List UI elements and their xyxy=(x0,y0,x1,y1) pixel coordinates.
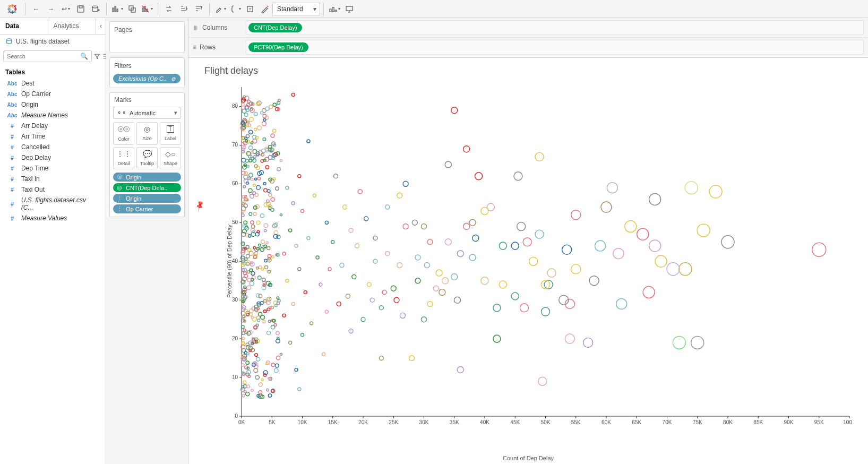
field-label: Op Carrier xyxy=(21,90,51,98)
viz-title[interactable]: Flight delays xyxy=(199,63,857,82)
svg-point-578 xyxy=(250,117,254,122)
color-button[interactable]: ⦾⦾Color xyxy=(113,122,134,145)
new-datasource-button[interactable] xyxy=(88,2,103,16)
sort-asc-button[interactable] xyxy=(176,2,191,16)
svg-point-118 xyxy=(517,222,526,231)
filters-shelf[interactable]: Filters Exclusions (Op C.. ⊘ xyxy=(109,57,185,88)
svg-point-264 xyxy=(256,221,260,225)
datasource-row[interactable]: U.S. flights dataset xyxy=(0,35,106,48)
field-label: Arr Time xyxy=(21,133,45,140)
size-button[interactable]: ◎Size xyxy=(136,122,158,145)
shape-button[interactable]: ◇○Shape xyxy=(160,147,181,169)
collapse-pane-button[interactable]: ‹ xyxy=(96,18,106,34)
svg-point-385 xyxy=(253,159,256,162)
svg-text:10K: 10K xyxy=(298,419,307,425)
field-dest[interactable]: AbcDest xyxy=(2,78,104,89)
rows-shelf[interactable]: ≡Rows PCT90(Dep Delay) xyxy=(188,38,868,57)
svg-point-101 xyxy=(583,338,593,347)
redo-button[interactable]: → xyxy=(44,2,58,16)
filter-fields-button[interactable] xyxy=(94,51,100,61)
field-u-s-flights-dataset-csv-c-[interactable]: #U.S. flights dataset.csv (C... xyxy=(2,195,104,213)
mark-pill-detail-carrier[interactable]: ⋮Op Carrier xyxy=(113,204,181,213)
tooltip-button[interactable]: 💬Tooltip xyxy=(136,147,158,169)
field-measure-values[interactable]: #Measure Values xyxy=(2,213,104,224)
save-button[interactable] xyxy=(73,2,88,16)
filter-pill-exclusions[interactable]: Exclusions (Op C.. ⊘ xyxy=(113,74,181,83)
svg-point-441 xyxy=(264,224,268,227)
presentation-button[interactable] xyxy=(342,2,357,16)
field-taxi-in[interactable]: #Taxi In xyxy=(2,174,104,184)
svg-point-177 xyxy=(349,329,353,333)
svg-text:55K: 55K xyxy=(571,419,581,425)
field-arr-time[interactable]: #Arr Time xyxy=(2,131,104,142)
search-input[interactable]: 🔍 xyxy=(3,50,92,62)
svg-point-365 xyxy=(254,112,257,115)
mark-type-select[interactable]: ⚬⚬ Automatic xyxy=(113,107,181,119)
svg-text:15K: 15K xyxy=(328,419,338,425)
field-arr-delay[interactable]: #Arr Delay xyxy=(2,121,104,131)
svg-point-105 xyxy=(565,334,574,343)
pin-axis-icon[interactable]: 📌 xyxy=(193,200,205,211)
svg-point-465 xyxy=(263,183,266,185)
detail-button[interactable]: ⋮⋮Detail xyxy=(113,147,134,169)
highlight-button[interactable]: ▾ xyxy=(213,2,228,16)
svg-point-461 xyxy=(250,194,254,198)
mark-pill-size-cnt[interactable]: ◎CNT(Dep Dela.. xyxy=(113,183,181,192)
undo-button[interactable]: ← xyxy=(29,2,44,16)
svg-text:20: 20 xyxy=(232,336,238,341)
revert-button[interactable]: ↩▾ xyxy=(58,2,73,16)
svg-point-203 xyxy=(291,202,295,205)
show-me-button[interactable]: ▾ xyxy=(327,2,342,16)
svg-point-297 xyxy=(242,207,246,211)
rows-pill[interactable]: PCT90(Dep Delay) xyxy=(248,42,308,52)
pages-shelf[interactable]: Pages xyxy=(109,21,185,53)
svg-point-493 xyxy=(276,356,280,360)
svg-text:0: 0 xyxy=(235,413,238,419)
field-op-carrier[interactable]: AbcOp Carrier xyxy=(2,89,104,99)
sort-desc-button[interactable] xyxy=(191,2,206,16)
label-button[interactable]: 🅃Label xyxy=(160,122,181,145)
viz-canvas[interactable]: Flight delays 📌 Percentile (90) of Dep D… xyxy=(188,58,868,464)
svg-point-411 xyxy=(251,151,253,153)
string-type-icon: Abc xyxy=(6,91,18,97)
field-measure-names[interactable]: AbcMeasure Names xyxy=(2,110,104,121)
svg-point-332 xyxy=(277,168,280,171)
svg-rect-3 xyxy=(113,8,114,12)
format-button[interactable] xyxy=(257,2,272,16)
svg-point-202 xyxy=(291,302,295,305)
clear-button[interactable]: ▾ xyxy=(140,2,154,16)
field-dep-delay[interactable]: #Dep Delay xyxy=(2,152,104,163)
columns-shelf[interactable]: ⫼Columns CNT(Dep Delay) xyxy=(188,18,868,38)
svg-point-351 xyxy=(263,138,266,141)
group-button[interactable]: ▾ xyxy=(228,2,243,16)
columns-pill[interactable]: CNT(Dep Delay) xyxy=(248,23,302,32)
field-origin[interactable]: AbcOrigin xyxy=(2,99,104,110)
field-taxi-out[interactable]: #Taxi Out xyxy=(2,184,104,195)
tab-analytics[interactable]: Analytics xyxy=(48,18,97,34)
svg-point-188 xyxy=(319,283,322,286)
fit-select[interactable]: Standard xyxy=(272,3,320,15)
svg-point-96 xyxy=(616,298,627,309)
field-dep-time[interactable]: #Dep Time xyxy=(2,163,104,174)
svg-point-123 xyxy=(499,281,506,288)
svg-point-2 xyxy=(92,6,98,8)
x-axis-label[interactable]: Count of Dep Delay xyxy=(503,455,554,461)
svg-point-183 xyxy=(331,240,334,244)
field-cancelled[interactable]: #Cancelled xyxy=(2,142,104,152)
svg-point-390 xyxy=(243,329,246,331)
svg-point-424 xyxy=(276,152,280,156)
duplicate-button[interactable] xyxy=(125,2,140,16)
swap-button[interactable] xyxy=(161,2,176,16)
svg-rect-8 xyxy=(142,8,143,12)
mark-pill-color-origin[interactable]: ⦾Origin xyxy=(113,173,181,182)
tab-data[interactable]: Data xyxy=(0,18,48,34)
svg-point-563 xyxy=(252,317,256,322)
mark-pill-detail-origin[interactable]: ⋮Origin xyxy=(113,194,181,203)
show-labels-button[interactable]: T xyxy=(243,2,257,16)
new-worksheet-button[interactable]: ▾ xyxy=(110,2,125,16)
svg-point-163 xyxy=(385,205,390,209)
svg-point-286 xyxy=(243,381,246,384)
svg-text:25K: 25K xyxy=(389,419,398,425)
svg-point-184 xyxy=(328,268,331,271)
scatter-plot[interactable]: 010203040506070800K5K10K15K20K25K30K35K4… xyxy=(220,84,852,432)
